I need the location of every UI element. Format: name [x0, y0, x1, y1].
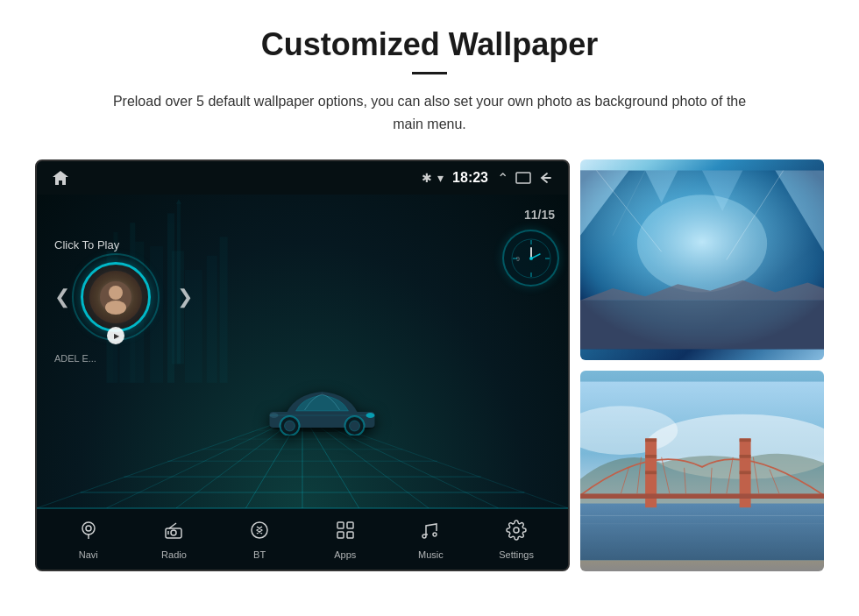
nav-item-navi[interactable]: Navi — [58, 520, 119, 560]
svg-rect-61 — [337, 532, 344, 538]
svg-point-63 — [433, 533, 437, 536]
apps-icon — [335, 520, 356, 546]
content-area: ✱ ▾ 18:23 ⌃ — [35, 159, 824, 571]
nav-item-bt[interactable]: BT — [229, 520, 290, 560]
status-icons: ✱ ▾ — [422, 171, 444, 185]
album-inner — [89, 271, 142, 323]
radio-icon — [163, 520, 184, 546]
page-title: Customized Wallpaper — [261, 26, 599, 63]
svg-rect-85 — [645, 471, 657, 475]
side-images — [580, 159, 824, 571]
svg-rect-88 — [740, 455, 751, 458]
nav-item-settings[interactable]: Settings — [486, 520, 547, 560]
clock-circle: 9 — [502, 230, 559, 287]
svg-point-50 — [529, 257, 533, 260]
svg-point-70 — [637, 195, 767, 293]
bt-icon — [249, 520, 270, 546]
album-art-container: ▶ — [81, 262, 151, 332]
back-icon — [538, 171, 554, 185]
settings-label: Settings — [499, 549, 534, 560]
next-button[interactable]: ❯ — [177, 286, 193, 308]
svg-rect-0 — [516, 173, 530, 183]
status-right: ✱ ▾ 18:23 ⌃ — [422, 170, 554, 187]
svg-point-34 — [285, 421, 295, 431]
navi-label: Navi — [79, 549, 98, 560]
svg-point-36 — [350, 421, 360, 431]
svg-point-64 — [514, 527, 519, 533]
bt-label: BT — [253, 549, 266, 560]
track-name: ADEL E... — [54, 353, 230, 364]
svg-rect-84 — [645, 455, 657, 458]
svg-point-53 — [86, 526, 91, 531]
music-label: Music — [418, 549, 444, 560]
svg-rect-90 — [580, 494, 824, 499]
bluetooth-icon: ✱ — [422, 171, 432, 185]
svg-rect-60 — [347, 522, 353, 528]
svg-text:9: 9 — [516, 256, 520, 262]
ice-cave-overlay — [580, 159, 824, 360]
svg-point-52 — [82, 522, 95, 535]
title-divider — [412, 72, 447, 74]
svg-rect-74 — [580, 301, 824, 350]
music-player: Click To Play ❮ — [54, 238, 230, 364]
time-display: 18:23 — [452, 170, 488, 186]
svg-point-41 — [109, 286, 123, 300]
svg-marker-8 — [176, 200, 181, 204]
nav-item-music[interactable]: Music — [400, 520, 461, 560]
album-art — [81, 262, 151, 332]
bridge-wallpaper — [580, 371, 824, 571]
svg-rect-89 — [740, 471, 751, 475]
svg-rect-87 — [740, 439, 751, 443]
svg-rect-59 — [337, 522, 344, 528]
page-description: Preload over 5 default wallpaper options… — [96, 90, 763, 135]
svg-rect-79 — [580, 504, 824, 561]
svg-point-58 — [252, 522, 267, 538]
svg-point-56 — [171, 530, 176, 535]
click-to-play-text: Click To Play — [54, 238, 230, 251]
car-image — [257, 379, 388, 439]
nav-item-radio[interactable]: Radio — [143, 520, 204, 560]
svg-rect-83 — [645, 439, 657, 443]
expand-icon: ⌃ — [497, 170, 508, 187]
nav-item-apps[interactable]: Apps — [315, 520, 376, 560]
navi-icon — [78, 520, 99, 546]
svg-rect-62 — [347, 532, 353, 538]
play-button[interactable]: ▶ — [107, 327, 124, 344]
ice-cave-wallpaper — [580, 159, 824, 360]
bridge-overlay — [580, 371, 824, 571]
date-display: 11/15 — [524, 208, 555, 222]
svg-point-42 — [105, 301, 126, 315]
status-bar: ✱ ▾ 18:23 ⌃ — [37, 161, 568, 195]
bottom-nav: Navi Radio — [37, 508, 568, 570]
main-screen: ✱ ▾ 18:23 ⌃ — [35, 159, 570, 571]
apps-label: Apps — [334, 549, 356, 560]
status-left — [51, 170, 70, 186]
prev-button[interactable]: ❮ — [54, 286, 70, 308]
signal-icon: ▾ — [437, 171, 444, 185]
radio-label: Radio — [161, 549, 187, 560]
car-scene: Click To Play ❮ — [37, 195, 568, 508]
nav-icons: ⌃ — [497, 170, 554, 187]
player-controls: ❮ — [54, 262, 230, 332]
home-icon — [51, 170, 70, 186]
music-icon — [420, 520, 441, 546]
settings-icon — [506, 520, 527, 546]
window-icon — [515, 172, 531, 184]
